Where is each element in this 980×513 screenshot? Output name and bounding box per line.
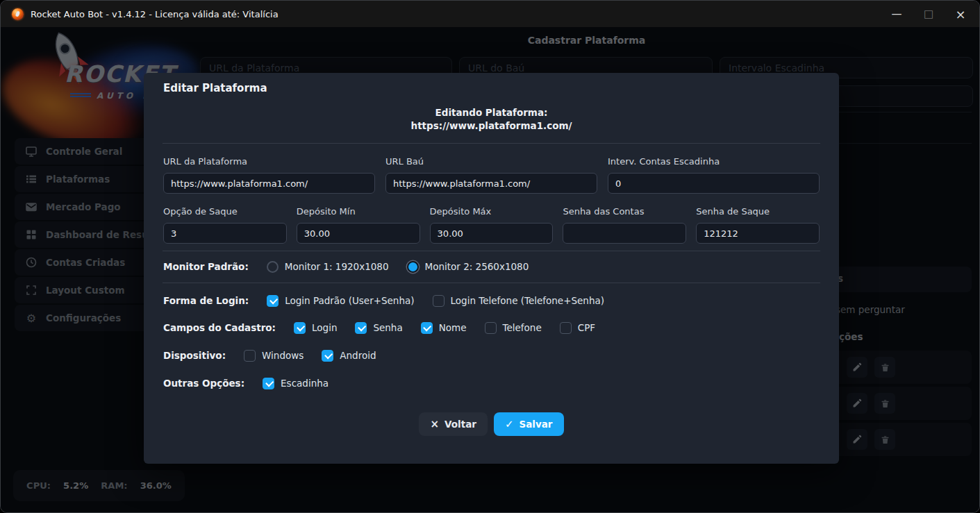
checkbox-icon[interactable] bbox=[322, 350, 333, 362]
minimize-icon: — bbox=[892, 8, 902, 20]
editing-platform-block: Editando Plataforma: https://www.platafo… bbox=[163, 106, 820, 133]
login-padrao-option[interactable]: Login Padrão (User+Senha) bbox=[267, 295, 414, 307]
divider bbox=[163, 251, 820, 251]
checkbox-icon[interactable] bbox=[294, 322, 306, 334]
field-label: Opção de Saque bbox=[163, 206, 287, 217]
radio-icon[interactable] bbox=[267, 261, 279, 273]
register-fields-label: Campos do Cadastro: bbox=[163, 322, 276, 333]
modal-title: Editar Plataforma bbox=[163, 73, 820, 94]
campo-login-option[interactable]: Login bbox=[294, 322, 337, 334]
edit-platform-modal: Editar Plataforma Editando Plataforma: h… bbox=[144, 73, 839, 464]
other-options-label: Outras Opções: bbox=[163, 378, 244, 389]
field-label: Depósito Mín bbox=[297, 206, 420, 217]
monitor-2-option[interactable]: Monitor 2: 2560x1080 bbox=[407, 261, 529, 273]
monitor-row: Monitor Padrão: Monitor 1: 1920x1080 Mon… bbox=[163, 260, 820, 274]
monitor-1-option[interactable]: Monitor 1: 1920x1080 bbox=[267, 261, 389, 273]
option-label: Monitor 1: 1920x1080 bbox=[285, 261, 389, 272]
radio-icon[interactable] bbox=[407, 261, 419, 273]
checkbox-icon[interactable] bbox=[485, 322, 497, 334]
checkbox-icon[interactable] bbox=[421, 322, 433, 334]
checkbox-icon[interactable] bbox=[267, 295, 279, 307]
modal-senha-saque-input[interactable] bbox=[696, 223, 820, 244]
option-label: Android bbox=[340, 350, 376, 361]
device-row: Dispositivo: Windows Android bbox=[163, 348, 820, 362]
device-label: Dispositivo: bbox=[163, 350, 226, 361]
checkbox-icon[interactable] bbox=[433, 295, 445, 307]
checkbox-icon[interactable] bbox=[355, 322, 367, 334]
salvar-button-label: Salvar bbox=[519, 419, 552, 430]
modal-url-plataforma-input[interactable] bbox=[163, 173, 375, 194]
campo-cpf-option[interactable]: CPF bbox=[560, 322, 595, 334]
device-windows-option[interactable]: Windows bbox=[244, 350, 304, 362]
maximize-button[interactable]: □ bbox=[913, 1, 945, 27]
option-label: Escadinha bbox=[281, 378, 329, 389]
device-android-option[interactable]: Android bbox=[322, 350, 376, 362]
field-label: URL Baú bbox=[385, 156, 597, 167]
check-icon: ✓ bbox=[505, 418, 514, 430]
checkbox-icon[interactable] bbox=[244, 350, 256, 362]
login-mode-label: Forma de Login: bbox=[163, 295, 249, 306]
opcao-saque-input[interactable] bbox=[163, 223, 287, 244]
option-label: Telefone bbox=[503, 322, 542, 333]
option-label: Login bbox=[312, 322, 337, 333]
deposito-min-input[interactable] bbox=[297, 223, 420, 244]
maximize-icon: □ bbox=[924, 8, 933, 20]
editing-platform-url: https://www.plataforma1.com/ bbox=[163, 119, 820, 133]
titlebar: Rocket Auto Bot - v1.4.12 - Licença váli… bbox=[1, 1, 979, 27]
field-inputs-row2 bbox=[163, 223, 820, 244]
modal-interv-contas-escadinha-input[interactable] bbox=[608, 173, 820, 194]
close-icon: × bbox=[430, 418, 439, 430]
divider bbox=[163, 143, 820, 144]
field-label: Senha das Contas bbox=[563, 206, 686, 217]
window-controls: — □ × bbox=[881, 1, 979, 27]
close-button[interactable]: × bbox=[945, 1, 977, 27]
option-label: Login Telefone (Telefone+Senha) bbox=[451, 295, 604, 306]
option-label: Senha bbox=[373, 322, 402, 333]
login-telefone-option[interactable]: Login Telefone (Telefone+Senha) bbox=[433, 295, 604, 307]
campo-senha-option[interactable]: Senha bbox=[355, 322, 402, 334]
senha-contas-input[interactable] bbox=[563, 223, 686, 244]
field-label: Interv. Contas Escadinha bbox=[608, 156, 820, 167]
login-mode-row: Forma de Login: Login Padrão (User+Senha… bbox=[163, 294, 820, 308]
app-window: Rocket Auto Bot - v1.4.12 - Licença váli… bbox=[0, 0, 980, 513]
option-label: Login Padrão (User+Senha) bbox=[285, 295, 414, 306]
monitor-label: Monitor Padrão: bbox=[163, 261, 249, 272]
divider bbox=[163, 283, 820, 283]
field-label: Depósito Máx bbox=[430, 206, 554, 217]
option-label: Nome bbox=[439, 322, 467, 333]
field-labels-row1: URL da Plataforma URL Baú Interv. Contas… bbox=[163, 156, 820, 167]
checkbox-icon[interactable] bbox=[560, 322, 572, 334]
editing-platform-heading: Editando Plataforma: bbox=[163, 106, 820, 119]
campo-nome-option[interactable]: Nome bbox=[421, 322, 467, 334]
app-icon bbox=[12, 8, 24, 20]
voltar-button[interactable]: × Voltar bbox=[419, 412, 487, 436]
other-options-row: Outras Opções: Escadinha bbox=[163, 376, 820, 390]
escadinha-option[interactable]: Escadinha bbox=[263, 378, 329, 389]
field-label: URL da Plataforma bbox=[163, 156, 375, 167]
close-icon: × bbox=[955, 7, 965, 22]
option-label: Windows bbox=[262, 350, 304, 361]
field-label: Senha de Saque bbox=[696, 206, 820, 217]
modal-buttons-row: × Voltar ✓ Salvar bbox=[163, 412, 820, 436]
modal-url-bau-input[interactable] bbox=[385, 173, 597, 194]
voltar-button-label: Voltar bbox=[445, 419, 476, 430]
content-area: ROCKET AUTO BOT Cadastrar Plataforma Con… bbox=[1, 27, 979, 512]
deposito-max-input[interactable] bbox=[430, 223, 554, 244]
checkbox-icon[interactable] bbox=[263, 378, 274, 389]
field-inputs-row1 bbox=[163, 173, 820, 194]
window-title: Rocket Auto Bot - v1.4.12 - Licença váli… bbox=[31, 9, 279, 19]
campo-telefone-option[interactable]: Telefone bbox=[485, 322, 542, 334]
option-label: Monitor 2: 2560x1080 bbox=[425, 261, 529, 272]
option-label: CPF bbox=[578, 322, 595, 333]
minimize-button[interactable]: — bbox=[881, 1, 913, 27]
salvar-button[interactable]: ✓ Salvar bbox=[494, 412, 564, 436]
field-labels-row2: Opção de Saque Depósito Mín Depósito Máx… bbox=[163, 206, 820, 217]
register-fields-row: Campos do Cadastro: Login Senha Nome Tel… bbox=[163, 321, 820, 335]
